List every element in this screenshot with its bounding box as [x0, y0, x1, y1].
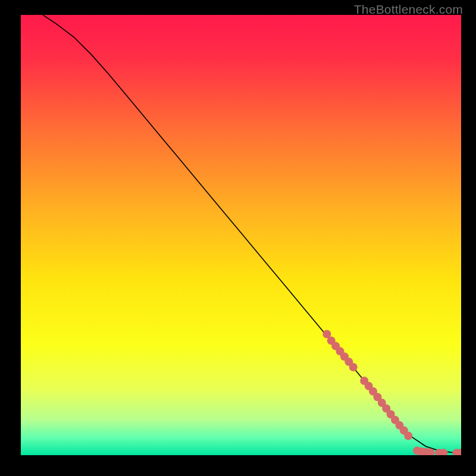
chart-frame: TheBottleneck.com — [0, 0, 476, 476]
scatter-point — [391, 416, 399, 424]
scatter-point — [349, 363, 358, 371]
scatter-point — [400, 427, 408, 435]
scatter-point — [378, 399, 386, 407]
scatter-point — [322, 330, 331, 339]
scatter-point — [457, 449, 461, 455]
scatter-point — [426, 449, 434, 455]
scatter-point — [327, 337, 336, 345]
scatter-point — [435, 449, 443, 455]
scatter-point — [336, 347, 345, 355]
scatter-point — [365, 382, 373, 390]
chart-svg — [21, 15, 461, 455]
plot-area — [21, 15, 461, 455]
scatter-points — [322, 330, 461, 456]
scatter-point — [395, 421, 403, 430]
scatter-point — [373, 393, 381, 401]
scatter-point — [340, 352, 349, 361]
scatter-point — [345, 358, 353, 366]
scatter-point — [404, 431, 412, 440]
scatter-point — [413, 447, 421, 455]
scatter-point — [439, 449, 447, 455]
scatter-point — [360, 377, 368, 385]
gradient-background — [21, 15, 461, 455]
scatter-point — [422, 448, 430, 455]
scatter-point — [453, 449, 461, 455]
scatter-point — [369, 387, 377, 396]
scatter-point — [331, 342, 340, 350]
curve-line — [43, 15, 461, 453]
scatter-point — [417, 447, 425, 455]
scatter-point — [387, 410, 395, 418]
scatter-point — [382, 405, 390, 413]
